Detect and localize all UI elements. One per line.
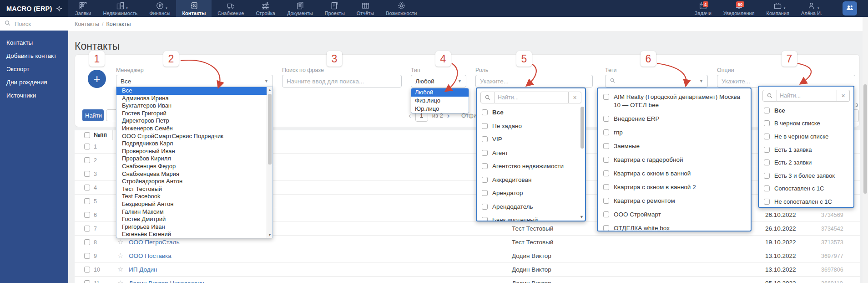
star-icon[interactable]: ☆ [117,279,123,283]
tag-option[interactable]: Внедрение ERP [598,112,751,126]
nav-item-gear[interactable]: Возможности [380,0,423,17]
contact-name-link[interactable]: ООО ПетроСталь [129,239,179,246]
row-checkbox[interactable] [84,198,90,204]
checkbox-icon[interactable] [603,143,609,149]
manager-option[interactable]: Прорабов Кирилл [116,155,273,163]
nav-item-wall[interactable]: Стройка [250,0,281,17]
role-option[interactable]: Агент [477,146,585,160]
checkbox-icon[interactable] [603,225,609,231]
role-search-input[interactable] [495,92,569,103]
manager-option[interactable]: Инженеров Семён [116,125,273,133]
pin-icon[interactable] [56,5,62,12]
checkbox-icon[interactable] [482,150,488,156]
nav-item-ruble[interactable]: ▾Финансы [143,0,176,17]
manager-option[interactable]: Проверочный Иван [116,148,273,155]
manager-option[interactable]: Евгеньёв Евгений [116,231,273,238]
type-select[interactable]: Любой ▼ [411,75,466,87]
page-scrollbar[interactable] [863,17,868,283]
manager-option[interactable]: Бухгалтеров Иван [116,102,273,110]
tag-option[interactable]: Заемные [598,139,751,153]
row-checkbox[interactable] [84,239,90,245]
scroll-down-icon[interactable]: ▼ [580,215,584,219]
tag-option[interactable]: Квартира с окном в ванной [598,167,751,180]
tag-option[interactable]: гпр [598,126,751,139]
options-option[interactable]: Есть 3 и более заявок [759,169,853,182]
checkbox-icon[interactable] [764,160,770,165]
manager-select[interactable]: Все ▼ [116,75,273,87]
checkbox-icon[interactable] [603,116,609,122]
contact-name-link[interactable]: ИП Додин [129,266,157,273]
role-multiselect[interactable] [475,75,593,87]
tag-option[interactable]: ОТДЕЛКА white box [598,221,751,232]
checkbox-icon[interactable] [603,157,609,163]
clear-icon[interactable]: × [837,90,850,102]
tags-multiselect[interactable]: ▼ [605,75,708,87]
checkbox-icon[interactable] [482,109,488,115]
scrollbar-thumb[interactable] [268,94,272,165]
phrase-search-input[interactable] [282,75,402,87]
nav-item-bell[interactable]: 60Уведомления [717,0,761,17]
tag-option[interactable]: Квартира с гардеробной [598,153,751,167]
add-contact-button[interactable]: + [88,70,106,88]
manager-option[interactable]: Все [116,87,273,95]
checkbox-icon[interactable] [603,170,609,176]
row-checkbox[interactable] [84,267,90,273]
role-option[interactable]: VIP [477,133,585,146]
type-option[interactable]: Юр.лицо [411,105,469,113]
sidebar-item-1[interactable]: Добавить контакт [0,49,68,62]
sidebar-item-4[interactable]: Источники [0,89,68,102]
options-option[interactable]: Есть 1 заявка [759,143,853,156]
checkbox-icon[interactable] [482,123,488,129]
manager-option[interactable]: Тест Тестовый [116,185,273,193]
options-option[interactable]: Не сопоставлен с 1С [759,195,853,208]
role-option[interactable]: Банк ипотечный [477,213,585,221]
checkbox-icon[interactable] [603,198,609,204]
checkbox-icon[interactable] [764,173,770,179]
manager-option[interactable]: Админова Ирина [116,95,273,103]
type-option[interactable]: Физ.лицо [411,97,469,105]
nav-item-report[interactable]: Отчёты [351,0,380,17]
tag-option[interactable]: Квартира с ремонтом [598,194,751,208]
nav-item-blueprint[interactable]: Проекты [319,0,351,17]
tag-option[interactable]: Квартира с окном в ванной 2 [598,180,751,194]
contact-name-link[interactable]: ООО Поставка [129,252,172,259]
find-button[interactable]: Найти [82,109,104,121]
role-option[interactable]: Арендатор [477,186,585,200]
manager-option[interactable]: Директоров Петр [116,117,273,125]
star-icon[interactable]: ☆ [117,238,123,246]
checkbox-icon[interactable] [764,185,770,191]
app-logo[interactable]: MACRO (ERP) [0,0,68,17]
star-icon[interactable]: ☆ [117,252,123,260]
checkbox-icon[interactable] [482,190,488,196]
breadcrumb-link[interactable]: Контакты [75,21,99,27]
checkbox-icon[interactable] [764,134,770,139]
role-option[interactable]: Агентство недвижимости [477,160,585,173]
nav-item-briefcase[interactable]: ▾Компания [761,0,795,17]
row-checkbox[interactable] [84,157,90,163]
scrollbar-thumb[interactable] [580,107,584,149]
checkbox-icon[interactable] [764,199,770,205]
manager-option[interactable]: Test Facebook [116,193,273,201]
nav-item-truck[interactable]: Снабжение [212,0,250,17]
manager-option[interactable]: Подрядчиков Карл [116,140,273,148]
manager-option[interactable]: Снабженцева Мария [116,170,273,178]
manager-option[interactable]: Бездворный Антон [116,201,273,208]
nav-item-building[interactable]: ▾Недвижимость [97,0,144,17]
scroll-down-icon[interactable]: ▼ [267,233,273,237]
clear-icon[interactable]: × [569,92,581,103]
star-icon[interactable]: ☆ [117,265,123,273]
role-option[interactable]: Не задано [477,119,585,133]
manager-option[interactable]: ООО СтройСмартСервис Подрядчик [116,133,273,140]
manager-option[interactable]: Снабженцев Федор [116,163,273,170]
checkbox-icon[interactable] [482,136,488,142]
nav-item-calendar[interactable]: 4Задачи [689,0,717,17]
tag-option[interactable]: ООО Строймарт [598,208,751,221]
sidebar-item-0[interactable]: Контакты [0,36,68,49]
nav-item-user[interactable]: ▾Алёна И. [795,0,828,17]
sidebar-item-2[interactable]: Экспорт [0,62,68,76]
sidebar-search-input[interactable] [14,20,63,28]
manager-option[interactable]: Гостев Дмитрий [116,216,273,223]
manager-option[interactable]: Гостев Григорий [116,110,273,118]
options-option[interactable]: Сопоставлен с 1С [759,182,853,196]
checkbox-icon[interactable] [482,217,488,221]
